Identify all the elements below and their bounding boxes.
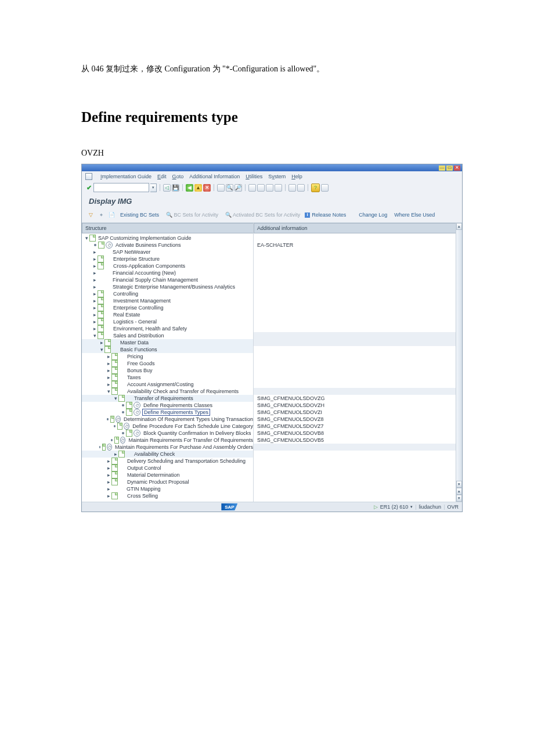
doc-icon[interactable] xyxy=(102,444,106,451)
tree-node[interactable]: Enterprise Controlling xyxy=(112,305,164,311)
doc-icon[interactable] xyxy=(104,339,111,346)
doc-icon[interactable] xyxy=(111,458,118,465)
expand-icon[interactable]: ▸ xyxy=(106,458,111,464)
layout-icon[interactable] xyxy=(321,184,329,192)
tree-node[interactable]: Determination Of Requirement Types Using… xyxy=(122,416,253,422)
doc-icon[interactable] xyxy=(111,465,118,471)
new-session-icon[interactable] xyxy=(288,184,296,192)
tree-node[interactable]: Maintain Requirements For Transfer Of Re… xyxy=(127,437,253,443)
execute-icon[interactable]: ⏱ xyxy=(134,430,140,437)
expand-icon[interactable]: ▸ xyxy=(99,340,104,345)
doc-icon[interactable] xyxy=(118,395,125,402)
doc-icon[interactable] xyxy=(98,332,104,339)
expand-icon[interactable]: ▸ xyxy=(92,291,98,297)
expand-icon[interactable]: ▸ xyxy=(106,479,111,485)
scroll-up-icon[interactable]: ▴ xyxy=(456,223,462,230)
doc-icon[interactable] xyxy=(98,311,104,318)
tree-node[interactable]: Basic Functions xyxy=(119,347,157,352)
doc-icon[interactable] xyxy=(118,451,125,458)
tree-node[interactable]: Logistics - General xyxy=(112,319,157,325)
tree-node[interactable]: Bonus Buy xyxy=(126,368,153,373)
window-minimize-button[interactable]: — xyxy=(439,165,445,171)
collapse-icon[interactable]: ▾ xyxy=(106,388,111,394)
tree-node[interactable]: Account Assignment/Costing xyxy=(126,381,194,387)
expand-icon[interactable]: ▸ xyxy=(106,493,111,499)
command-dropdown-icon[interactable]: ▾ xyxy=(150,183,157,192)
doc-icon[interactable] xyxy=(104,346,111,353)
doc-icon[interactable] xyxy=(111,478,118,485)
expand-icon[interactable]: ▸ xyxy=(92,256,98,262)
expand-icon[interactable]: ▸ xyxy=(106,486,111,492)
find-icon[interactable]: 🔍 xyxy=(226,184,233,192)
menu-utilities[interactable]: Utilities xyxy=(246,174,262,179)
bc-sets-for-activity-button[interactable]: 🔍 BC Sets for Activity xyxy=(164,211,221,219)
doc-icon[interactable] xyxy=(110,416,114,423)
menu-additional-information[interactable]: Additional Information xyxy=(189,174,240,179)
collapse-icon[interactable]: ▾ xyxy=(92,333,98,339)
nav-cancel-button[interactable]: ✕ xyxy=(203,184,211,192)
expand-icon[interactable]: ▸ xyxy=(106,354,111,359)
img-tree[interactable]: ▾SAP Customizing Implementation Guide ⏱A… xyxy=(82,233,253,502)
scroll-down-icon[interactable]: ▾ xyxy=(456,481,462,488)
scroll-down2-icon[interactable]: ▾ xyxy=(456,495,462,502)
command-field[interactable] xyxy=(93,183,149,192)
tree-node[interactable]: Pricing xyxy=(126,354,143,359)
collapse-icon[interactable]: ▾ xyxy=(84,235,89,241)
menu-help[interactable]: Help xyxy=(291,174,302,179)
tree-node[interactable]: Financial Supply Chain Management xyxy=(111,277,198,283)
status-system[interactable]: ER1 (2) 610 xyxy=(380,504,409,510)
tree-node[interactable]: Availability Check and Transfer of Requi… xyxy=(126,388,239,394)
where-else-used-button[interactable]: Where Else Used xyxy=(392,211,437,219)
execute-icon[interactable]: ⏱ xyxy=(116,416,121,423)
doc-icon[interactable] xyxy=(126,402,132,409)
tree-node[interactable]: Taxes xyxy=(126,375,141,380)
expand-icon[interactable]: ▸ xyxy=(92,249,98,255)
nav-back-button[interactable]: ◀ xyxy=(186,184,193,192)
tree-node[interactable]: Controlling xyxy=(112,291,138,297)
status-indicator-icon[interactable]: ▷ xyxy=(374,504,378,510)
tree-node[interactable]: Activate Business Functions xyxy=(114,242,181,248)
menu-system[interactable]: System xyxy=(268,174,286,179)
doc-icon[interactable] xyxy=(98,290,104,297)
tree-node[interactable]: Cross-Application Components xyxy=(112,263,185,269)
doc-icon[interactable] xyxy=(111,367,118,374)
vertical-scrollbar[interactable]: ▴ ▾ ▴ ▾ xyxy=(456,223,462,502)
expand-icon[interactable]: ▸ xyxy=(106,368,111,373)
tree-node-selected[interactable]: Define Requirements Types xyxy=(142,409,210,416)
scroll-up2-icon[interactable]: ▴ xyxy=(456,488,462,495)
execute-icon[interactable]: ⏱ xyxy=(107,444,112,451)
tree-node[interactable]: SAP Customizing Implementation Guide xyxy=(97,235,191,241)
nav-exit-button[interactable]: ▲ xyxy=(194,184,202,192)
tree-node[interactable]: Environment, Health and Safety xyxy=(112,326,187,332)
position-icon[interactable]: ⌖ xyxy=(97,211,105,219)
expand-icon[interactable]: ▸ xyxy=(92,270,98,276)
doc-icon[interactable] xyxy=(111,471,118,478)
next-page-icon[interactable] xyxy=(266,184,273,192)
tree-node[interactable]: Define Requirements Classes xyxy=(142,402,212,408)
expand-icon[interactable]: ▸ xyxy=(106,472,111,478)
find-next-icon[interactable]: 🔎 xyxy=(234,184,242,192)
tree-node[interactable]: Real Estate xyxy=(112,312,140,318)
prev-page-icon[interactable] xyxy=(257,184,265,192)
expand-icon[interactable]: ▸ xyxy=(92,312,98,318)
doc-icon[interactable] xyxy=(98,242,104,249)
doc-icon[interactable] xyxy=(89,235,96,242)
doc-icon[interactable] xyxy=(111,492,118,499)
shortcut-icon[interactable] xyxy=(297,184,305,192)
expand-icon[interactable]: ▸ xyxy=(106,361,111,366)
menu-implementation-guide[interactable]: Implementation Guide xyxy=(100,174,151,179)
expand-icon[interactable]: ▸ xyxy=(106,381,111,387)
tree-node[interactable]: Master Data xyxy=(119,340,149,345)
enter-icon[interactable]: ✔ xyxy=(85,184,92,191)
expand-icon[interactable]: ▸ xyxy=(106,375,111,380)
expand-icon[interactable]: ▸ xyxy=(106,465,111,471)
collapse-icon[interactable]: ▾ xyxy=(113,395,118,401)
tree-node[interactable]: Transfer of Requirements xyxy=(133,395,193,401)
expand-icon[interactable]: ▸ xyxy=(92,305,98,311)
tree-node[interactable]: Delivery Scheduling and Transportation S… xyxy=(126,458,246,464)
window-close-button[interactable]: ✕ xyxy=(454,165,460,171)
doc-icon[interactable] xyxy=(98,297,104,304)
execute-icon[interactable]: ⏱ xyxy=(120,437,125,444)
expand-icon[interactable]: ▸ xyxy=(92,326,98,332)
tree-node[interactable]: Free Goods xyxy=(126,361,155,366)
